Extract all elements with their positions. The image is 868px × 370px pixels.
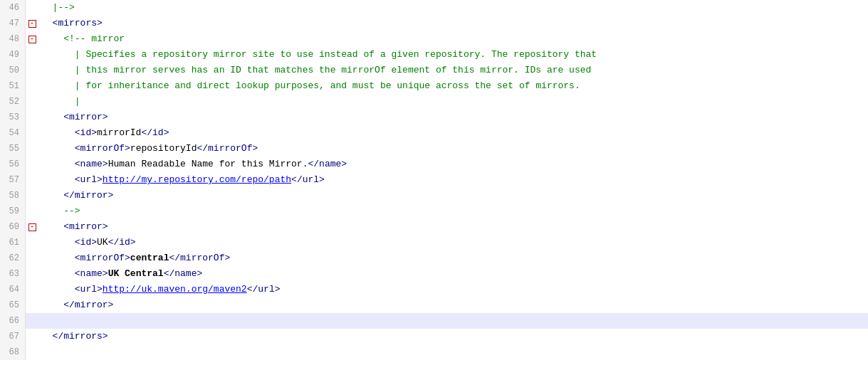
fold-area (26, 78, 38, 94)
fold-area (26, 110, 38, 125)
code-content: | for inheritance and direct lookup purp… (38, 78, 868, 94)
code-line-55: 55 <mirrorOf>repositoryId</mirrorOf> (0, 141, 868, 157)
code-content: <mirrorOf>central</mirrorOf> (38, 250, 868, 266)
fold-area (26, 94, 38, 110)
line-number: 59 (0, 204, 26, 219)
xml-tag: <mirror> (41, 221, 108, 232)
code-content (38, 313, 868, 329)
code-line-52: 52 | (0, 94, 868, 110)
xml-tag: </mirror> (41, 190, 113, 201)
fold-area (26, 172, 38, 188)
comment-text: <!-- mirror (41, 33, 125, 44)
code-line-67: 67 </mirrors> (0, 329, 868, 344)
code-content: </mirror> (38, 297, 868, 313)
code-content: <name>UK Central</name> (38, 266, 868, 282)
code-content: <url>http://uk.maven.org/maven2</url> (38, 282, 868, 297)
line-number: 68 (0, 344, 26, 360)
line-number: 61 (0, 235, 26, 250)
fold-area (26, 329, 38, 344)
fold-area (26, 235, 38, 250)
line-number: 54 (0, 125, 26, 141)
line-number: 67 (0, 329, 26, 344)
code-line-63: 63 <name>UK Central</name> (0, 266, 868, 282)
fold-area (26, 204, 38, 219)
fold-button[interactable]: - (28, 223, 36, 231)
xml-tag: </url> (291, 174, 325, 185)
line-number: 51 (0, 78, 26, 94)
fold-area (26, 0, 38, 16)
code-content: <id>UK</id> (38, 235, 868, 250)
code-content: <id>mirrorId</id> (38, 125, 868, 141)
xml-text: mirrorId (97, 127, 141, 138)
bold-text: UK Central (108, 268, 164, 279)
line-number: 52 (0, 94, 26, 110)
code-line-53: 53 <mirror> (0, 110, 868, 125)
code-line-50: 50 | this mirror serves has an ID that m… (0, 63, 868, 78)
xml-tag: <id> (41, 127, 97, 138)
code-content: <mirror> (38, 110, 868, 125)
code-line-54: 54 <id>mirrorId</id> (0, 125, 868, 141)
fold-area: - (26, 16, 38, 31)
code-content: <name>Human Readable Name for this Mirro… (38, 157, 868, 172)
fold-area (26, 157, 38, 172)
line-number: 65 (0, 297, 26, 313)
line-number: 58 (0, 188, 26, 204)
code-line-61: 61 <id>UK</id> (0, 235, 868, 250)
code-content: <!-- mirror (38, 31, 868, 47)
line-number: 53 (0, 110, 26, 125)
code-line-60: 60- <mirror> (0, 219, 868, 235)
line-number: 46 (0, 0, 26, 16)
fold-area: - (26, 219, 38, 235)
line-number: 48 (0, 31, 26, 47)
line-number: 62 (0, 250, 26, 266)
code-line-65: 65 </mirror> (0, 297, 868, 313)
comment-text: | this mirror serves has an ID that matc… (41, 65, 591, 75)
comment-text: | (41, 96, 80, 107)
comment-text: |--> (41, 2, 75, 13)
xml-tag: </id> (108, 237, 136, 248)
code-content: <mirrorOf>repositoryId</mirrorOf> (38, 141, 868, 157)
xml-text: repositoryId (130, 143, 197, 154)
fold-area (26, 344, 38, 360)
fold-button[interactable]: - (28, 36, 36, 43)
line-number: 63 (0, 266, 26, 282)
line-number: 50 (0, 63, 26, 78)
xml-tag: </url> (247, 284, 281, 295)
code-line-66: 66 (0, 313, 868, 329)
code-line-62: 62 <mirrorOf>central</mirrorOf> (0, 250, 868, 266)
xml-tag: <name> (41, 159, 108, 169)
code-content: |--> (38, 0, 868, 16)
code-editor: 46 |-->47- <mirrors>48- <!-- mirror49 | … (0, 0, 868, 370)
code-line-51: 51 | for inheritance and direct lookup p… (0, 78, 868, 94)
code-content: <mirror> (38, 219, 868, 235)
code-content: </mirror> (38, 188, 868, 204)
code-line-49: 49 | Specifies a repository mirror site … (0, 47, 868, 63)
code-content: | (38, 94, 868, 110)
xml-tag: </mirror> (41, 300, 113, 310)
xml-tag: <mirrorOf> (41, 253, 130, 263)
xml-tag: <mirrors> (41, 18, 103, 28)
code-line-58: 58 </mirror> (0, 188, 868, 204)
fold-area: - (26, 31, 38, 47)
line-number: 57 (0, 172, 26, 188)
url-text[interactable]: http://my.repository.com/repo/path (103, 174, 291, 185)
xml-tag: </mirrorOf> (197, 143, 258, 154)
xml-tag: <url> (41, 174, 103, 185)
code-content: <mirrors> (38, 16, 868, 31)
fold-area (26, 63, 38, 78)
code-content: </mirrors> (38, 329, 868, 344)
comment-text: | Specifies a repository mirror site to … (41, 49, 597, 60)
url-text[interactable]: http://uk.maven.org/maven2 (103, 284, 247, 295)
code-line-57: 57 <url>http://my.repository.com/repo/pa… (0, 172, 868, 188)
xml-tag: <mirrorOf> (41, 143, 130, 154)
code-line-48: 48- <!-- mirror (0, 31, 868, 47)
xml-tag: </mirrorOf> (169, 253, 230, 263)
code-line-59: 59 --> (0, 204, 868, 219)
code-content: --> (38, 204, 868, 219)
code-line-68: 68 (0, 344, 868, 360)
xml-text: UK (97, 237, 108, 248)
code-content: <url>http://my.repository.com/repo/path<… (38, 172, 868, 188)
line-number: 49 (0, 47, 26, 63)
fold-button[interactable]: - (28, 20, 36, 28)
bold-text: central (130, 253, 169, 263)
